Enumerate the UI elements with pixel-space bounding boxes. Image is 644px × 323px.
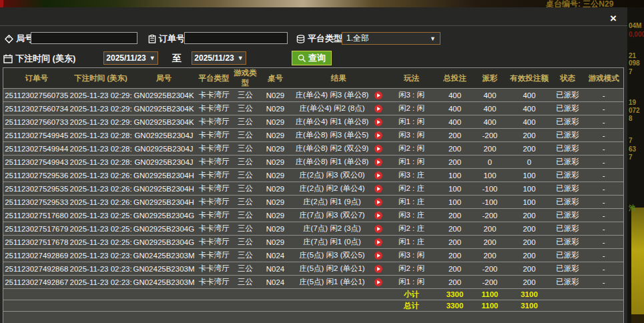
table-row: 2511230275295352025-11-23 02:26:31GN0292… — [3, 182, 624, 196]
chevron-down-icon: ▼ — [238, 55, 244, 61]
calendar-icon — [3, 54, 13, 63]
query-button-label: 查询 — [308, 52, 326, 64]
cell-table-number: N029 — [259, 196, 292, 209]
replay-play-icon[interactable] — [374, 225, 382, 233]
cell-result: 庄(2点) 闲1 (9点) — [292, 196, 386, 209]
cell-table-number: N029 — [259, 115, 292, 129]
cell-bet-time: 2025-11-23 02:28:24 — [70, 155, 132, 169]
empty-filler-cell — [3, 312, 624, 323]
column-header: 有效投注额 — [508, 68, 551, 89]
cell-platform: 卡卡湾厅 — [196, 102, 232, 115]
platform-stack-icon — [296, 35, 305, 43]
replay-play-icon[interactable] — [374, 238, 382, 246]
clipboard-icon — [148, 35, 156, 43]
replay-play-icon[interactable] — [374, 131, 382, 139]
cell-play-method: 闲2 : 闲 — [386, 102, 438, 115]
bet-time-label-group: 下注时间 (美东) — [3, 53, 75, 65]
platform-type-select[interactable]: 1.全部 ▼ — [342, 32, 440, 45]
replay-play-icon[interactable] — [374, 105, 382, 113]
cell-total-bet: 400 — [438, 89, 472, 102]
cell-order-number: 251123027492867 — [3, 276, 70, 289]
table-row: 2511230275499432025-11-23 02:28:24GN0292… — [3, 155, 624, 169]
cell-table-number: N029 — [259, 102, 292, 115]
cell-result: 庄(单公4) 闲3 (单公8) — [292, 89, 386, 102]
replay-play-icon[interactable] — [374, 172, 382, 180]
cell-round-number: GN02425B2303M — [132, 249, 196, 262]
filter-bar: 局号 订单号 平台类型 — [0, 27, 627, 67]
cell-payout: -100 — [472, 182, 508, 196]
cell-table-number: N024 — [259, 276, 292, 289]
cell-payout: 200 — [472, 249, 508, 262]
replay-play-icon[interactable] — [374, 252, 382, 260]
order-number-input[interactable] — [184, 32, 288, 44]
cell-result: 庄(单公8) 闲3 (单公5) — [292, 129, 386, 142]
cell-total-bet: 200 — [438, 129, 472, 142]
cell-payout: 400 — [472, 89, 508, 102]
background-text-fragment: 63 — [629, 145, 636, 153]
date-from-picker[interactable]: 2025/11/23 ▼ — [103, 51, 158, 65]
cell-valid-bet: 100 — [508, 196, 551, 209]
cell-status: 已派彩 — [551, 169, 585, 182]
cell-bet-time: 2025-11-23 02:25:24 — [70, 236, 132, 249]
cell-game-mode: - — [585, 236, 624, 249]
column-header: 局号 — [132, 68, 196, 89]
cell-table-number: N029 — [259, 155, 292, 169]
replay-play-icon[interactable] — [374, 198, 382, 206]
cell-table-number: N029 — [259, 182, 292, 196]
empty-filler-row — [3, 312, 624, 323]
replay-play-icon[interactable] — [374, 118, 382, 126]
cell-round-number: GN02425B2303M — [132, 262, 196, 276]
cell-game-mode: - — [585, 129, 624, 142]
cell-order-number: 251123027529533 — [3, 196, 70, 209]
cell-payout: 400 — [472, 102, 508, 115]
cell-valid-bet: 400 — [508, 89, 551, 102]
cell-status: 已派彩 — [551, 115, 585, 129]
cell-valid-bet: 200 — [508, 249, 551, 262]
cell-order-number: 251123027560734 — [3, 102, 70, 115]
background-top-strip: 桌台编号: 三公N29 — [0, 0, 644, 7]
cell-game-mode: - — [585, 155, 624, 169]
cell-game-mode: - — [585, 142, 624, 155]
replay-play-icon[interactable] — [374, 265, 382, 273]
cell-table-number: N029 — [259, 209, 292, 222]
cell-round-number: GN02925B2304G — [132, 209, 196, 222]
cell-platform: 卡卡湾厅 — [196, 155, 232, 169]
cell-status: 已派彩 — [551, 129, 585, 142]
cell-round-number: GN02925B2304H — [132, 196, 196, 209]
date-from-value: 2025/11/23 — [106, 53, 145, 63]
cell-valid-bet: 200 — [508, 222, 551, 236]
cell-order-number: 251123027517679 — [3, 222, 70, 236]
cell-bet-time: 2025-11-23 02:25:24 — [70, 209, 132, 222]
replay-play-icon[interactable] — [374, 91, 382, 99]
replay-play-icon[interactable] — [374, 145, 382, 153]
cell-table-number: N029 — [259, 222, 292, 236]
query-button[interactable]: 查询 — [292, 51, 332, 65]
cell-result: 庄(5点) 闲1 (单公1) — [292, 276, 386, 289]
replay-play-icon[interactable] — [374, 158, 382, 166]
date-to-picker[interactable]: 2025/11/23 ▼ — [192, 51, 246, 65]
cell-valid-bet: 200 — [508, 142, 551, 155]
platform-type-label-group: 平台类型 — [296, 33, 342, 45]
background-text-fragment: 7 — [629, 153, 633, 161]
chevron-down-icon: ▼ — [149, 55, 155, 61]
cell-status: 已派彩 — [551, 102, 585, 115]
cell-round-number: GN02925B2304J — [132, 142, 196, 155]
replay-play-icon[interactable] — [374, 185, 382, 193]
round-number-input[interactable] — [31, 32, 137, 44]
close-icon[interactable]: × — [607, 13, 619, 25]
cell-total-bet: 200 — [438, 249, 472, 262]
cell-bet-time: 2025-11-23 02:28:24 — [70, 142, 132, 155]
cell-bet-time: 2025-11-23 02:29:23 — [70, 102, 132, 115]
background-text-fragment: 21 — [629, 52, 636, 59]
background-text-fragment: 池 — [629, 204, 635, 213]
cell-platform: 卡卡湾厅 — [196, 129, 232, 142]
cell-bet-time: 2025-11-23 02:26:31 — [70, 182, 132, 196]
replay-play-icon[interactable] — [374, 278, 382, 286]
cell-status: 已派彩 — [551, 142, 585, 155]
records-body: 2511230275607352025-11-23 02:29:23GN0292… — [3, 89, 624, 323]
background-text-fragment: 0,000 — [629, 31, 644, 38]
replay-play-icon[interactable] — [374, 212, 382, 220]
column-header: 平台类型 — [196, 68, 232, 89]
cell-play-method: 闲1 : 庄 — [386, 196, 438, 209]
cell-game-type: 三公 — [232, 129, 259, 142]
